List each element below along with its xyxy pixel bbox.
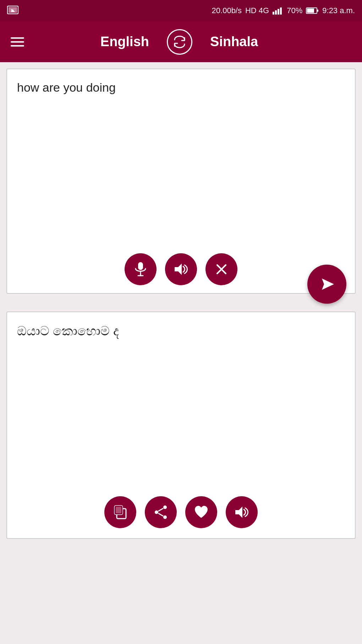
mic-icon	[133, 261, 148, 277]
status-right: 20.00b/s HD 4G 70% 9:23 a.m.	[212, 6, 355, 15]
close-icon	[215, 263, 228, 276]
source-language-label[interactable]: English	[100, 34, 149, 49]
svg-rect-9	[307, 9, 314, 13]
status-image-icon	[7, 6, 18, 16]
send-button[interactable]	[307, 265, 346, 304]
copy-icon	[113, 504, 128, 520]
svg-point-3	[11, 9, 12, 11]
main-content: how are you doing	[0, 62, 362, 644]
signal-bars	[273, 7, 283, 15]
svg-line-26	[158, 513, 163, 516]
output-controls	[7, 490, 355, 538]
swap-icon	[172, 34, 187, 50]
toolbar: English Sinhala	[0, 21, 362, 62]
svg-rect-5	[275, 10, 277, 15]
network-type: HD 4G	[245, 6, 269, 15]
svg-rect-11	[138, 262, 143, 270]
svg-rect-10	[317, 10, 318, 12]
time-display: 9:23 a.m.	[322, 6, 355, 15]
favorite-button[interactable]	[185, 496, 217, 528]
svg-rect-6	[278, 9, 279, 15]
status-bar: 20.00b/s HD 4G 70% 9:23 a.m.	[0, 0, 362, 21]
svg-rect-21	[116, 507, 121, 513]
speaker-icon	[173, 262, 189, 276]
mic-button[interactable]	[125, 253, 157, 285]
copy-button[interactable]	[104, 496, 136, 528]
network-speed: 20.00b/s	[212, 6, 242, 15]
svg-marker-27	[235, 507, 242, 518]
share-button[interactable]	[145, 496, 177, 528]
swap-languages-button[interactable]	[167, 29, 192, 55]
output-text: ඔයාට කොහොම ද	[7, 312, 355, 490]
volume-icon	[234, 505, 249, 519]
input-controls	[7, 247, 355, 293]
output-speaker-button[interactable]	[226, 496, 258, 528]
svg-marker-17	[322, 278, 334, 290]
speaker-button[interactable]	[165, 253, 197, 285]
svg-point-23	[155, 510, 158, 514]
output-box: ඔයාට කොහොම ද	[6, 312, 356, 539]
battery-percent: 70%	[287, 6, 302, 15]
battery-icon	[306, 7, 319, 14]
menu-button[interactable]	[11, 37, 24, 47]
svg-rect-7	[280, 7, 282, 15]
input-text[interactable]: how are you doing	[7, 69, 355, 247]
svg-rect-4	[273, 12, 274, 15]
heart-icon	[193, 504, 209, 520]
target-language-label[interactable]: Sinhala	[210, 34, 258, 49]
svg-marker-14	[175, 264, 182, 275]
share-icon	[153, 504, 169, 520]
svg-point-22	[163, 505, 167, 509]
clear-button[interactable]	[205, 253, 237, 285]
svg-point-24	[163, 515, 167, 519]
svg-line-25	[158, 508, 163, 511]
input-box-wrapper: how are you doing	[6, 69, 356, 294]
input-box: how are you doing	[6, 69, 356, 294]
language-selector: English Sinhala	[100, 29, 258, 55]
output-box-wrapper: ඔයාට කොහොම ද	[6, 312, 356, 539]
send-icon	[318, 276, 335, 293]
